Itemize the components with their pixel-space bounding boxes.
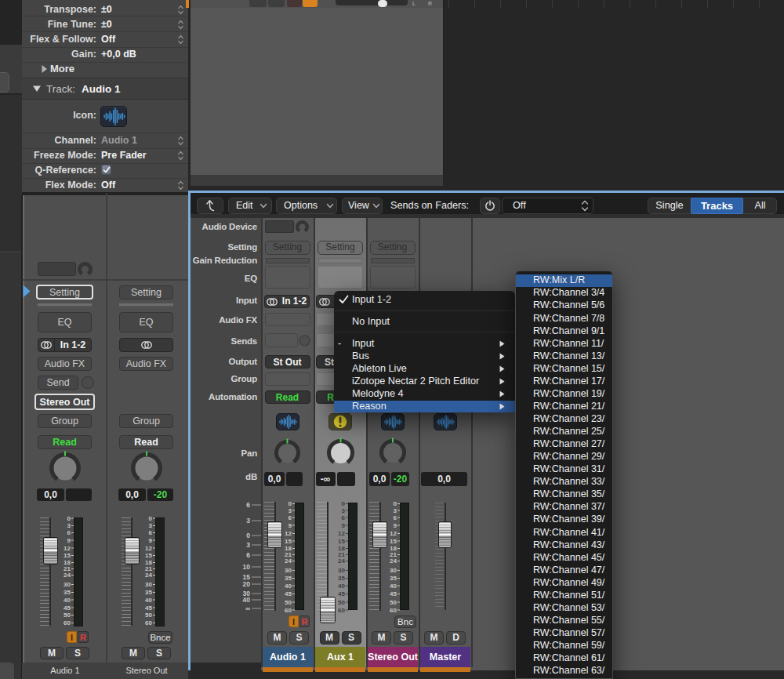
svg-text:12: 12 xyxy=(285,530,292,537)
svg-text:12: 12 xyxy=(338,530,345,537)
svg-text:30: 30 xyxy=(285,567,292,574)
svg-text:6: 6 xyxy=(246,501,250,509)
svg-text:60: 60 xyxy=(338,607,345,614)
svg-text:0: 0 xyxy=(246,532,250,539)
svg-text:24: 24 xyxy=(338,557,345,565)
svg-text:40: 40 xyxy=(338,583,345,590)
svg-text:9: 9 xyxy=(341,522,345,529)
svg-text:60: 60 xyxy=(64,619,71,626)
svg-text:40: 40 xyxy=(64,597,71,604)
svg-text:24: 24 xyxy=(64,572,71,579)
svg-text:50: 50 xyxy=(64,612,71,619)
svg-text:50: 50 xyxy=(338,599,345,606)
svg-text:10: 10 xyxy=(243,563,251,571)
svg-text:6: 6 xyxy=(394,514,397,521)
svg-text:45: 45 xyxy=(338,590,345,597)
svg-text:35: 35 xyxy=(145,589,152,596)
svg-text:15: 15 xyxy=(145,552,152,559)
svg-text:30: 30 xyxy=(338,567,345,574)
svg-text:9: 9 xyxy=(289,522,292,529)
svg-text:3: 3 xyxy=(246,517,250,525)
svg-text:20: 20 xyxy=(243,580,251,588)
svg-text:6: 6 xyxy=(67,529,71,536)
svg-text:35: 35 xyxy=(64,589,71,596)
svg-text:3: 3 xyxy=(148,522,152,529)
svg-text:∞: ∞ xyxy=(245,605,250,612)
svg-text:24: 24 xyxy=(285,557,292,565)
svg-text:40: 40 xyxy=(243,596,251,604)
svg-text:50: 50 xyxy=(285,599,292,606)
svg-text:40: 40 xyxy=(285,583,292,590)
svg-text:50: 50 xyxy=(390,599,397,606)
svg-text:12: 12 xyxy=(390,530,397,537)
svg-text:9: 9 xyxy=(148,537,152,544)
svg-text:60: 60 xyxy=(285,607,292,614)
svg-text:40: 40 xyxy=(145,597,152,604)
svg-text:6: 6 xyxy=(341,514,345,521)
svg-text:9: 9 xyxy=(394,522,397,529)
svg-text:60: 60 xyxy=(145,619,152,626)
svg-text:45: 45 xyxy=(285,590,292,597)
svg-text:3: 3 xyxy=(394,507,397,514)
svg-text:6: 6 xyxy=(289,514,292,521)
svg-text:6: 6 xyxy=(148,529,152,536)
svg-text:6: 6 xyxy=(246,551,250,559)
svg-text:45: 45 xyxy=(145,605,152,612)
svg-text:30: 30 xyxy=(64,581,71,588)
svg-text:24: 24 xyxy=(145,572,152,579)
svg-text:30: 30 xyxy=(145,581,152,588)
svg-text:15: 15 xyxy=(338,538,345,545)
svg-text:0: 0 xyxy=(148,515,152,522)
svg-text:3: 3 xyxy=(341,507,345,514)
svg-text:12: 12 xyxy=(64,545,71,552)
svg-text:0: 0 xyxy=(67,515,71,522)
svg-text:15: 15 xyxy=(64,552,71,559)
svg-text:35: 35 xyxy=(390,575,397,582)
svg-text:3: 3 xyxy=(67,522,71,529)
svg-text:45: 45 xyxy=(64,605,71,612)
svg-text:40: 40 xyxy=(390,583,397,590)
svg-text:9: 9 xyxy=(67,537,71,544)
svg-text:12: 12 xyxy=(145,545,152,552)
svg-text:15: 15 xyxy=(390,538,397,545)
svg-text:60: 60 xyxy=(390,607,397,614)
svg-text:15: 15 xyxy=(285,538,292,545)
svg-text:30: 30 xyxy=(390,567,397,574)
svg-text:3: 3 xyxy=(289,507,292,514)
svg-text:3: 3 xyxy=(246,541,250,549)
svg-text:24: 24 xyxy=(390,557,397,565)
svg-text:35: 35 xyxy=(285,575,292,582)
svg-text:45: 45 xyxy=(390,590,397,597)
svg-text:50: 50 xyxy=(145,612,152,619)
svg-text:35: 35 xyxy=(338,575,345,582)
